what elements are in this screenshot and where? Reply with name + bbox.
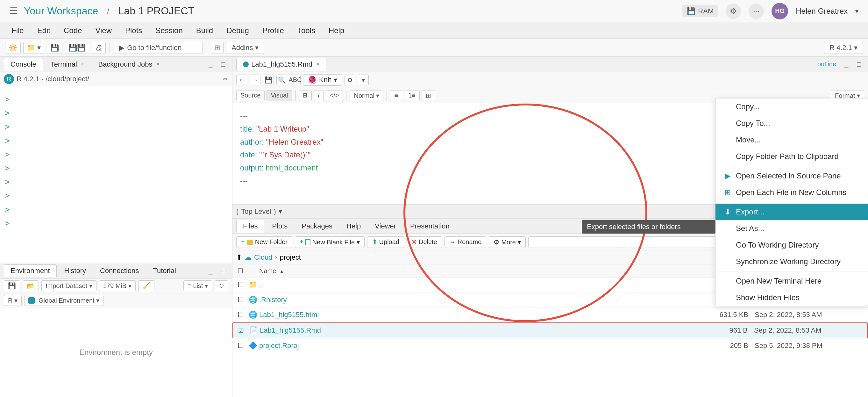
table-row[interactable]: ☑ 📄 Lab1_hlg5155.Rmd 961 B Sep 2, 2022, … bbox=[232, 322, 868, 338]
r-dropdown-button[interactable]: R ▾ bbox=[4, 295, 22, 306]
expand-editor-button[interactable]: □ bbox=[854, 59, 864, 69]
collapse-env-button[interactable]: _ bbox=[206, 266, 216, 276]
settings-doc-button[interactable]: ⚙ bbox=[344, 75, 355, 85]
tab-editor-file[interactable]: Lab1_hlg5155.Rmd × bbox=[236, 58, 327, 71]
ctx-set-as[interactable]: Set As... Export selected files or folde… bbox=[715, 220, 868, 237]
rename-button[interactable]: ↔ Rename bbox=[444, 236, 487, 248]
save-env-button[interactable]: 💾 bbox=[4, 280, 20, 291]
ctx-export[interactable]: ⬇ Export... bbox=[715, 204, 868, 220]
menu-debug[interactable]: Debug bbox=[221, 24, 254, 37]
row-checkbox-4[interactable]: ☐ bbox=[238, 342, 246, 350]
ctx-open-each-file[interactable]: ⊞ Open Each File in New Columns bbox=[715, 184, 868, 201]
back-button[interactable]: ← bbox=[236, 75, 247, 85]
menu-file[interactable]: File bbox=[6, 24, 29, 37]
table-button[interactable]: ⊞ bbox=[422, 90, 435, 101]
workspace-title[interactable]: Your Workspace bbox=[24, 5, 98, 17]
tab-help[interactable]: Help bbox=[340, 220, 367, 232]
menu-code[interactable]: Code bbox=[59, 24, 87, 37]
tab-environment[interactable]: Environment bbox=[4, 264, 57, 277]
settings-doc-dropdown[interactable]: ▾ bbox=[358, 75, 369, 85]
tab-viewer[interactable]: Viewer bbox=[368, 220, 402, 232]
settings-button[interactable]: ⚙ bbox=[726, 3, 741, 19]
console-content[interactable]: > > > > > > > > > > bbox=[0, 86, 232, 263]
tab-plots[interactable]: Plots bbox=[266, 220, 294, 232]
file-name-0[interactable]: .. bbox=[259, 281, 704, 289]
memory-button[interactable]: 179 MiB ▾ bbox=[99, 280, 136, 291]
file-name-2[interactable]: Lab1_hlg5155.html bbox=[259, 311, 704, 319]
chevron-down-icon[interactable]: ▾ bbox=[855, 7, 859, 15]
project-breadcrumb-label[interactable]: project bbox=[280, 253, 301, 262]
ctx-open-terminal[interactable]: Open New Terminal Here bbox=[715, 273, 868, 289]
more-options-button[interactable]: ··· bbox=[749, 3, 764, 19]
prompt-active[interactable]: > bbox=[5, 217, 227, 230]
menu-plots[interactable]: Plots bbox=[120, 24, 147, 37]
ctx-move[interactable]: Move... bbox=[715, 132, 868, 148]
source-mode-button[interactable]: Source bbox=[236, 90, 265, 101]
tab-history[interactable]: History bbox=[58, 265, 92, 277]
table-row[interactable]: ☐ 🌐 Lab1_hlg5155.html 631.5 KB Sep 2, 20… bbox=[232, 308, 868, 322]
ordered-list-button[interactable]: 1≡ bbox=[404, 90, 420, 101]
tab-console[interactable]: Console bbox=[4, 58, 43, 71]
menu-help[interactable]: Help bbox=[323, 24, 349, 37]
collapse-editor-button[interactable]: _ bbox=[841, 59, 851, 69]
save-doc-button[interactable]: 💾 bbox=[263, 75, 274, 85]
menu-session[interactable]: Session bbox=[150, 24, 188, 37]
menu-profile[interactable]: Profile bbox=[257, 24, 289, 37]
new-folder-button[interactable]: + New Folder bbox=[236, 236, 292, 248]
file-name-1[interactable]: .Rhistory bbox=[259, 296, 704, 304]
upload-button[interactable]: ⬆ Upload bbox=[367, 236, 404, 248]
addins-button[interactable]: Addins ▾ bbox=[226, 42, 264, 54]
tab-connections[interactable]: Connections bbox=[94, 265, 145, 277]
row-checkbox-1[interactable]: ☐ bbox=[238, 296, 246, 304]
terminal-close-icon[interactable]: × bbox=[81, 61, 84, 67]
tab-terminal[interactable]: Terminal × bbox=[44, 58, 91, 70]
file-name-4[interactable]: project.Rproj bbox=[259, 342, 704, 350]
new-blank-file-button[interactable]: + New Blank File ▾ bbox=[295, 236, 365, 248]
tab-tutorial[interactable]: Tutorial bbox=[147, 265, 182, 277]
clear-env-button[interactable]: 🧹 bbox=[138, 280, 154, 291]
refresh-env-button[interactable]: ↻ bbox=[215, 280, 228, 291]
file-name-3[interactable]: Lab1_hlg5155.Rmd bbox=[260, 326, 703, 335]
grid-button[interactable]: ⊞ bbox=[211, 42, 223, 54]
list-view-button[interactable]: ≡ List ▾ bbox=[183, 280, 212, 291]
ctx-go-to-working-dir[interactable]: Go To Working Directory bbox=[715, 237, 868, 253]
tab-packages[interactable]: Packages bbox=[295, 220, 339, 232]
menu-view[interactable]: View bbox=[90, 24, 117, 37]
save-button[interactable]: 💾 bbox=[47, 42, 62, 54]
r-version-button[interactable]: R 4.2.1 ▾ bbox=[824, 42, 863, 54]
delete-button[interactable]: ✕ Delete bbox=[407, 236, 442, 248]
ctx-open-source-pane[interactable]: ▶ Open Selected in Source Pane bbox=[715, 168, 868, 184]
open-file-button[interactable]: 📁 ▾ bbox=[23, 42, 44, 54]
r-badge[interactable]: R bbox=[4, 74, 14, 84]
tab-background-jobs[interactable]: Background Jobs × bbox=[92, 58, 166, 70]
knit-button[interactable]: 🧶 Knit ▾ bbox=[303, 74, 342, 86]
tab-presentation[interactable]: Presentation bbox=[404, 220, 456, 232]
collapse-console-button[interactable]: _ bbox=[206, 59, 216, 69]
load-env-button[interactable]: 📂 bbox=[23, 280, 39, 291]
import-dataset-button[interactable]: Import Dataset ▾ bbox=[41, 280, 96, 291]
global-env-button[interactable]: Global Environment ▾ bbox=[24, 295, 103, 306]
header-checkbox[interactable]: ☐ bbox=[238, 267, 246, 275]
ctx-sync-working-dir[interactable]: Synchronize Working Directory bbox=[715, 253, 868, 270]
menu-build[interactable]: Build bbox=[191, 24, 218, 37]
italic-button[interactable]: I bbox=[314, 90, 324, 101]
visual-mode-button[interactable]: Visual bbox=[267, 90, 292, 101]
menu-tools[interactable]: Tools bbox=[292, 24, 320, 37]
top-level-dropdown-icon[interactable]: ▾ bbox=[279, 207, 282, 216]
table-row[interactable]: ☐ 🔷 project.Rproj 205 B Sep 5, 2022, 9:3… bbox=[232, 338, 868, 353]
expand-console-button[interactable]: □ bbox=[218, 59, 228, 69]
print-button[interactable]: 🖨 bbox=[92, 42, 106, 54]
cloud-label[interactable]: Cloud bbox=[254, 253, 272, 262]
ctx-copy-to[interactable]: Copy To... bbox=[715, 115, 868, 132]
row-checkbox-0[interactable]: ☐ bbox=[238, 281, 246, 289]
col-name-header[interactable]: Name ▲ bbox=[259, 267, 704, 275]
tab-files[interactable]: Files bbox=[236, 220, 264, 233]
code-inline-button[interactable]: </> bbox=[326, 90, 343, 101]
save-all-button[interactable]: 💾💾 bbox=[65, 42, 89, 54]
ctx-copy[interactable]: Copy... bbox=[715, 98, 868, 115]
background-jobs-close-icon[interactable]: × bbox=[156, 61, 159, 67]
forward-button[interactable]: → bbox=[250, 75, 260, 85]
ctx-show-hidden[interactable]: Show Hidden Files bbox=[715, 289, 868, 306]
list-button[interactable]: ≡ bbox=[390, 90, 402, 101]
spellcheck-button[interactable]: ABC bbox=[290, 75, 301, 85]
